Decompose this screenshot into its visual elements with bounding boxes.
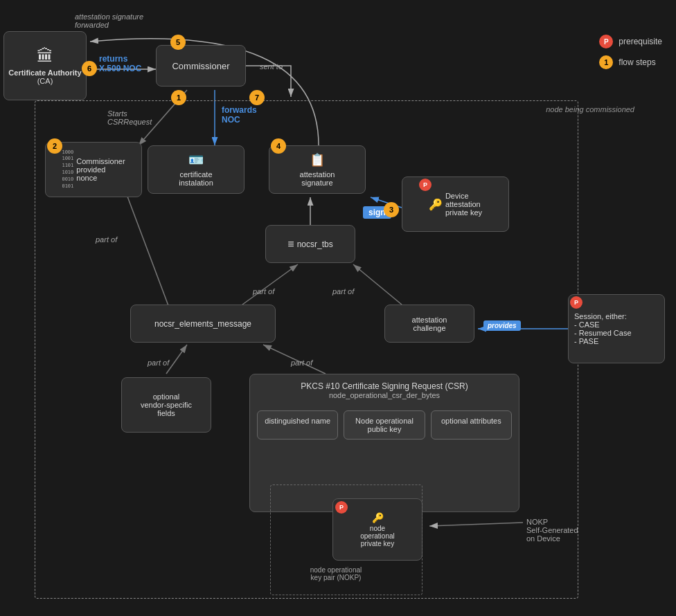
session-label: Session, either:- CASE- Resumed Case- PA… <box>574 312 632 345</box>
attest-sig-node: 📋 attestationsignature <box>269 145 366 194</box>
ca-subtitle: (CA) <box>8 77 81 85</box>
attest-challenge-label: attestationchallenge <box>412 316 447 332</box>
badge-7: 7 <box>249 90 265 105</box>
optional-vendor-label: optionalvendor-specificfields <box>141 392 192 417</box>
badge-3: 3 <box>384 202 399 217</box>
badge-6: 6 <box>82 61 97 76</box>
attest-sig-forwarded-label: attestation signatureforwarded <box>75 12 143 29</box>
cert-install-node: 🪪 certificateinstalation <box>148 145 244 194</box>
pkcs-subtitle: node_operational_csr_der_bytes <box>257 391 512 399</box>
pkcs-title: PKCS #10 Certificate Signing Request (CS… <box>257 381 512 391</box>
cert-install-label: certificateinstalation <box>179 170 213 187</box>
forwards-noc-label: forwardsNOC <box>222 105 257 125</box>
op-pubkey-cell: Node operational public key <box>344 410 425 440</box>
device-attest-node: 🔑 Deviceattestationprivate key <box>402 176 509 232</box>
prereq-device-attest: P <box>419 179 432 191</box>
legend-prereq-badge: P <box>599 35 613 48</box>
prereq-session: P <box>570 296 582 309</box>
legend-prereq: P prerequisite <box>599 35 662 48</box>
region-label: node being commissioned <box>546 105 634 114</box>
legend-flow-label: flow steps <box>619 57 655 67</box>
part-of-2: part of <box>332 287 354 296</box>
returns-noc-label: returnsX.509 NOC <box>99 54 141 73</box>
diagram-container: node being commissioned 🏛 Certificate Au… <box>0 0 676 616</box>
attest-sig-icon: 📋 <box>310 152 325 167</box>
legend-flow-badge: 1 <box>599 55 613 69</box>
nocsr-tbs-node: ≡ nocsr_tbs <box>265 225 355 263</box>
nocsr-tbs-icon: ≡ <box>287 238 294 251</box>
ca-title: Certificate Authority <box>8 69 81 77</box>
part-of-1: part of <box>253 287 274 296</box>
ca-node: 🏛 Certificate Authority (CA) <box>3 31 87 100</box>
dist-name-cell: distinguished name <box>257 410 338 440</box>
prereq-nokp: P <box>335 501 348 514</box>
badge-5: 5 <box>170 35 186 50</box>
device-attest-label: Deviceattestationprivate key <box>445 192 482 217</box>
nokp-self-generated-label: NOKPSelf-Generatedon Device <box>526 518 578 543</box>
commissioner-node: Commissioner <box>156 45 246 87</box>
commissioner-label: Commissioner <box>172 61 229 71</box>
opt-attrs-cell: optional attributes <box>431 410 512 440</box>
nocsr-elements-node: nocsr_elements_message <box>130 305 276 343</box>
session-node: Session, either:- CASE- Resumed Case- PA… <box>568 294 665 363</box>
nokp-region <box>270 484 423 595</box>
attest-sig-label: attestationsignature <box>300 170 335 187</box>
part-of-4: part of <box>291 359 312 367</box>
device-attest-icon: 🔑 <box>429 198 443 211</box>
badge-2: 2 <box>47 138 62 154</box>
nonce-label: Commissionerprovidednonce <box>76 157 125 182</box>
part-of-5: part of <box>96 235 117 244</box>
provides-badge: provides <box>483 320 521 331</box>
legend-prereq-label: prerequisite <box>619 37 662 46</box>
legend: P prerequisite 1 flow steps <box>599 35 662 69</box>
sent-to-label: sent to <box>260 62 283 71</box>
ca-icon: 🏛 <box>37 46 53 66</box>
legend-flow: 1 flow steps <box>599 55 662 69</box>
starts-csr-label: StartsCSRRequest <box>107 109 152 126</box>
attest-challenge-node: attestationchallenge <box>384 305 474 343</box>
part-of-3: part of <box>148 359 169 367</box>
nocsr-tbs-label: nocsr_tbs <box>297 239 333 249</box>
pkcs-inner-row: distinguished name Node operational publ… <box>257 410 512 440</box>
nonce-binary: 100010011101101000100101 <box>62 150 73 190</box>
nocsr-elements-label: nocsr_elements_message <box>154 319 251 329</box>
badge-1: 1 <box>171 90 186 105</box>
optional-vendor-node: optionalvendor-specificfields <box>121 377 211 433</box>
cert-install-icon: 🪪 <box>188 152 204 167</box>
badge-4: 4 <box>271 138 286 154</box>
